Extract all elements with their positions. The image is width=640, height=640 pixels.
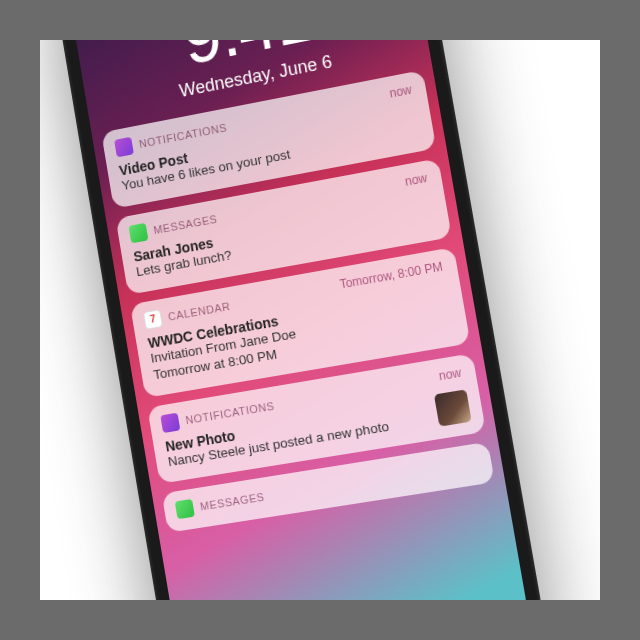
notification-app-label: CALENDAR	[167, 300, 231, 323]
notifications-icon	[160, 412, 180, 432]
messages-icon	[128, 223, 148, 244]
notification-app-label: MESSAGES	[153, 213, 219, 236]
notification-thumbnail	[434, 389, 472, 426]
notifications-icon	[114, 137, 134, 158]
calendar-icon: 7	[143, 309, 163, 330]
messages-icon	[175, 499, 195, 519]
image-frame: 9:41	[40, 40, 600, 600]
lock-screen[interactable]: 9:41	[63, 40, 533, 600]
notification-app-label: MESSAGES	[199, 491, 265, 513]
notification-stack: NOTIFICATIONSnowVideo PostYou have 6 lik…	[101, 70, 495, 533]
iphone-body: 9:41	[47, 40, 550, 600]
